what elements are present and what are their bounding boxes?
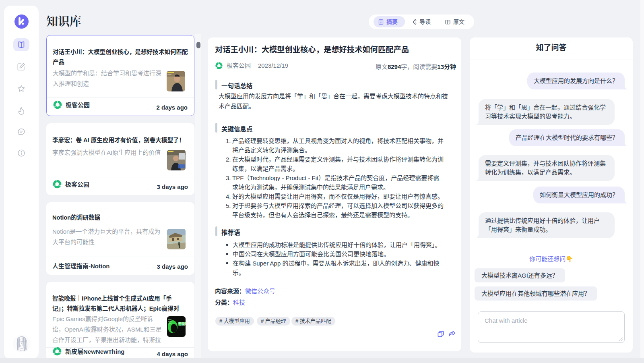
- svg-text:智能晚报: 智能晚报: [178, 322, 186, 326]
